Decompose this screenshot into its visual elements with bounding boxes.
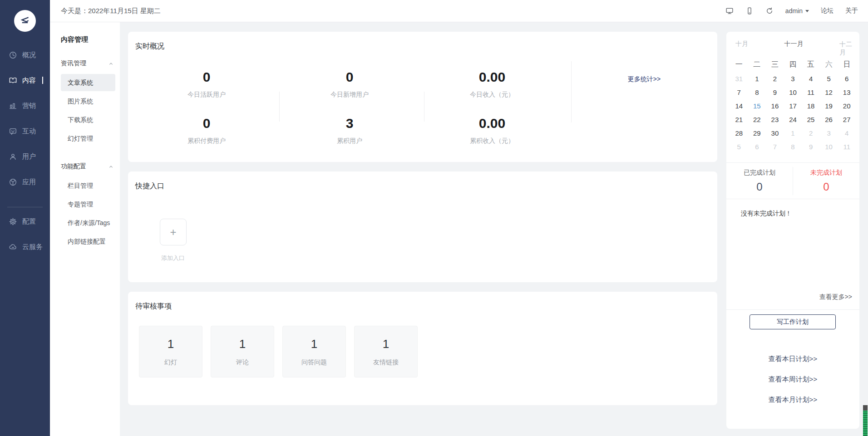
- calendar-day[interactable]: 24: [784, 113, 802, 126]
- pending-tile[interactable]: 1幻灯: [139, 326, 202, 377]
- calendar-day[interactable]: 18: [802, 99, 820, 113]
- calendar-day[interactable]: 12: [820, 85, 838, 99]
- plan-link[interactable]: 查看本日计划>>: [726, 349, 859, 369]
- more-stats-link[interactable]: 更多统计>>: [599, 75, 690, 83]
- calendar-day[interactable]: 4: [802, 72, 820, 85]
- calendar-day[interactable]: 31: [730, 72, 748, 85]
- calendar-day[interactable]: 5: [820, 72, 838, 85]
- next-month-button[interactable]: 十二月: [839, 40, 853, 56]
- submenu-item[interactable]: 作者/来源/Tags: [61, 214, 115, 231]
- submenu-item[interactable]: 图片系统: [61, 93, 115, 110]
- calendar-day[interactable]: 8: [784, 140, 802, 153]
- calendar-day[interactable]: 22: [748, 113, 766, 126]
- cloud-icon: [9, 243, 17, 251]
- calendar-day[interactable]: 2: [802, 126, 820, 140]
- calendar-day[interactable]: 30: [766, 126, 784, 140]
- weekday-label: 六: [820, 60, 838, 69]
- calendar-day[interactable]: 9: [802, 140, 820, 153]
- refresh-icon[interactable]: [765, 7, 774, 15]
- submenu-group-news[interactable]: 资讯管理: [61, 59, 113, 68]
- page-scrollbar-thumb[interactable]: [863, 405, 868, 436]
- calendar-day[interactable]: 7: [730, 85, 748, 99]
- calendar-day[interactable]: 7: [766, 140, 784, 153]
- stat-value: 0.00: [442, 69, 542, 85]
- current-month-label: 十一月: [784, 40, 804, 48]
- calendar-day[interactable]: 9: [766, 85, 784, 99]
- submenu-group-feature[interactable]: 功能配置: [61, 162, 113, 171]
- submenu-item[interactable]: 专题管理: [61, 196, 115, 213]
- calendar-day[interactable]: 10: [820, 140, 838, 153]
- submenu-item[interactable]: 文章系统: [61, 74, 115, 91]
- plan-link[interactable]: 查看本月计划>>: [726, 390, 859, 410]
- sidebar-item-config[interactable]: 配置: [0, 211, 50, 232]
- view-more-plans-link[interactable]: 查看更多>>: [819, 293, 852, 301]
- calendar-day[interactable]: 8: [748, 85, 766, 99]
- calendar-day[interactable]: 11: [838, 140, 856, 153]
- calendar-day[interactable]: 1: [784, 126, 802, 140]
- calendar-day[interactable]: 4: [838, 126, 856, 140]
- calendar-day[interactable]: 14: [730, 99, 748, 113]
- calendar-day[interactable]: 15: [748, 99, 766, 113]
- submenu-item[interactable]: 幻灯管理: [61, 130, 115, 147]
- submenu-item[interactable]: 栏目管理: [61, 177, 115, 194]
- topbar-icons: [725, 7, 774, 15]
- sidebar-item-users[interactable]: 用户: [0, 146, 50, 167]
- plan-link[interactable]: 查看本周计划>>: [726, 369, 859, 390]
- calendar-day[interactable]: 3: [820, 126, 838, 140]
- chart-icon: [9, 102, 17, 110]
- calendar-day[interactable]: 27: [838, 113, 856, 126]
- sidebar-item-overview[interactable]: 概况: [0, 44, 50, 65]
- about-link[interactable]: 关于: [845, 7, 858, 15]
- mobile-icon[interactable]: [745, 7, 754, 15]
- user-menu[interactable]: admin: [785, 7, 809, 15]
- done-plan-value: 0: [726, 181, 793, 193]
- sidebar-item-marketing[interactable]: 营销: [0, 95, 50, 116]
- calendar-day[interactable]: 26: [820, 113, 838, 126]
- calendar-day[interactable]: 6: [838, 72, 856, 85]
- chat-icon: [9, 127, 17, 136]
- calendar-day[interactable]: 23: [766, 113, 784, 126]
- forum-link[interactable]: 论坛: [821, 7, 833, 15]
- pending-tile[interactable]: 1评论: [211, 326, 274, 377]
- prev-month-button[interactable]: 十月: [735, 40, 748, 48]
- sidebar-item-apps[interactable]: 应用: [0, 171, 50, 192]
- sidebar-item-label: 内容: [22, 76, 36, 85]
- calendar-day[interactable]: 21: [730, 113, 748, 126]
- stat-value: 0: [300, 69, 399, 85]
- calendar-day[interactable]: 1: [748, 72, 766, 85]
- chevron-up-icon: [108, 164, 113, 169]
- sidebar-item-label: 配置: [22, 217, 36, 226]
- calendar-day[interactable]: 16: [766, 99, 784, 113]
- submenu-item[interactable]: 下载系统: [61, 111, 115, 128]
- calendar-day[interactable]: 25: [802, 113, 820, 126]
- calendar-day[interactable]: 6: [748, 140, 766, 153]
- weekday-label: 日: [838, 60, 856, 69]
- no-plan-message: 没有未完成计划！: [741, 210, 792, 218]
- panel-divider: [726, 199, 859, 199]
- calendar-day[interactable]: 10: [784, 85, 802, 99]
- pending-label: 友情链接: [373, 358, 399, 367]
- panel-divider: [726, 162, 859, 163]
- stat-label: 累积用户: [300, 137, 399, 145]
- calendar-day[interactable]: 2: [766, 72, 784, 85]
- calendar-day[interactable]: 17: [784, 99, 802, 113]
- add-entry-button[interactable]: +: [160, 219, 187, 245]
- calendar-day[interactable]: 11: [802, 85, 820, 99]
- calendar-day[interactable]: 20: [838, 99, 856, 113]
- write-plan-button[interactable]: 写工作计划: [750, 314, 836, 329]
- calendar-day[interactable]: 29: [748, 126, 766, 140]
- sidebar-item-content[interactable]: 内容: [0, 70, 50, 91]
- sidebar-item-cloud[interactable]: 云服务: [0, 236, 50, 257]
- calendar-day[interactable]: 5: [730, 140, 748, 153]
- sidebar-item-interact[interactable]: 互动: [0, 121, 50, 142]
- monitor-icon[interactable]: [725, 7, 734, 15]
- pending-tile[interactable]: 1友情链接: [354, 326, 418, 377]
- calendar-day[interactable]: 13: [838, 85, 856, 99]
- submenu-item[interactable]: 内部链接配置: [61, 233, 115, 250]
- brand-logo[interactable]: [14, 10, 36, 32]
- calendar-day[interactable]: 3: [784, 72, 802, 85]
- plan-calendar-panel: 十月 十一月 十二月 一二三四五六日 311234567891011121314…: [726, 32, 859, 429]
- calendar-day[interactable]: 28: [730, 126, 748, 140]
- pending-tile[interactable]: 1问答问题: [282, 326, 346, 377]
- calendar-day[interactable]: 19: [820, 99, 838, 113]
